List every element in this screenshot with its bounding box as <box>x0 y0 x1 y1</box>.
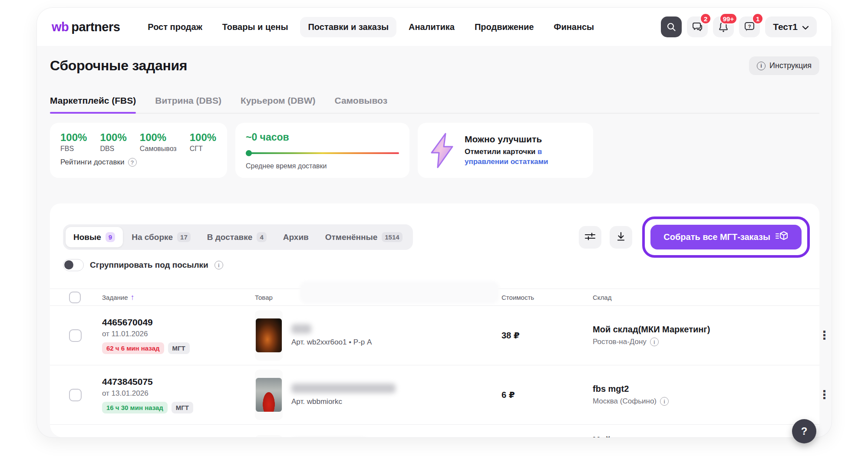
highlight-annotation: Собрать все МГТ-заказы <box>642 217 810 258</box>
order-price: 6 ₽ <box>502 390 593 400</box>
segment-archive-label: Архив <box>283 233 309 242</box>
metric-fbs-value: 100% <box>60 131 87 144</box>
metric-dbs-value: 100% <box>100 131 126 144</box>
delivery-ratings-card: 100% FBS 100% DBS 100% Самовывоз 100% СГ… <box>50 123 227 178</box>
metric-pickup-label: Самовывоз <box>140 145 177 153</box>
task-id[interactable]: 4473991608 <box>102 435 255 437</box>
chat-icon <box>692 22 703 32</box>
row-menu-button[interactable]: ⋮ <box>815 330 832 341</box>
nav-item-goods-prices[interactable]: Товары и цены <box>215 17 296 37</box>
row-checkbox[interactable] <box>69 329 82 342</box>
table-header: Задание ↑ Товар Стоимость Склад <box>50 289 819 306</box>
order-price: 37 ₽ <box>502 435 593 437</box>
time-elapsed-badge: 62 ч 6 мин назад <box>102 342 164 354</box>
collect-all-mgt-orders-button[interactable]: Собрать все МГТ-заказы <box>650 225 802 249</box>
avg-delivery-label: Среднее время доставки <box>246 162 399 170</box>
filters-button[interactable] <box>579 226 601 249</box>
download-icon <box>616 231 626 243</box>
account-name: Тест1 <box>773 22 798 32</box>
row-menu-button[interactable]: • <box>815 436 826 437</box>
segment-assembling-label: На сборке <box>132 233 173 242</box>
mgt-tag: МГТ <box>168 342 190 354</box>
app-window: wb partners Рост продаж Товары и цены По… <box>37 8 832 437</box>
task-id[interactable]: 4465670049 <box>102 317 255 328</box>
segment-assembling-count: 17 <box>177 232 191 242</box>
avg-delivery-value: ~0 часов <box>246 131 399 143</box>
tab-pickup[interactable]: Самовывоз <box>334 91 387 113</box>
metric-fbs: 100% FBS <box>60 131 87 153</box>
product-article: Арт. wb2xxr6oo1 • Р-р А <box>291 338 404 347</box>
segment-new-count: 9 <box>106 232 115 242</box>
task-date: от 11.01.2026 <box>102 330 255 338</box>
top-navbar: wb partners Рост продаж Товары и цены По… <box>37 8 832 46</box>
table-row: 4473991608 37 ₽ Мой склад • <box>50 425 819 437</box>
group-parcels-toggle[interactable] <box>63 259 84 271</box>
improve-card: Можно улучшить Отметили карточки в управ… <box>418 123 593 178</box>
group-parcels-label: Сгруппировать под посылки <box>90 260 208 270</box>
info-icon: i <box>757 62 766 70</box>
improve-text: Отметили карточки <box>465 148 535 156</box>
segment-archive[interactable]: Архив <box>275 227 317 247</box>
download-button[interactable] <box>610 226 632 249</box>
select-all-checkbox[interactable] <box>69 292 81 303</box>
nav-item-supplies-orders[interactable]: Поставки и заказы <box>300 17 396 37</box>
page-title: Сборочные задания <box>50 58 187 74</box>
column-task[interactable]: Задание <box>102 294 128 301</box>
instruction-label: Инструкция <box>769 61 812 70</box>
task-id[interactable]: 4473845075 <box>102 377 255 387</box>
segment-in-delivery-count: 4 <box>257 232 266 242</box>
nav-item-analytics[interactable]: Аналитика <box>401 17 462 37</box>
blurred-product-name <box>291 324 311 334</box>
column-warehouse: Склад <box>593 294 611 301</box>
tab-vitrina-dbs[interactable]: Витрина (DBS) <box>155 91 221 113</box>
orders-table: Задание ↑ Товар Стоимость Склад 44656700… <box>50 289 819 437</box>
segment-cancelled[interactable]: Отменённые 1514 <box>317 227 410 247</box>
row-checkbox[interactable] <box>69 389 82 401</box>
wb-partners-logo[interactable]: wb partners <box>52 20 120 34</box>
column-product: Товар <box>255 294 273 301</box>
warehouse-name: fbs mgt2 <box>593 384 815 394</box>
segment-new[interactable]: Новые 9 <box>66 227 123 247</box>
status-segmented-control: Новые 9 На сборке 17 В доставке 4 Архив … <box>63 224 413 250</box>
product-thumbnail[interactable] <box>255 435 283 437</box>
row-menu-button[interactable]: ⋮ <box>815 389 832 401</box>
warehouse-location: Ростов-на-Дону <box>593 338 647 346</box>
gauge-marker <box>246 150 252 156</box>
segment-assembling[interactable]: На сборке 17 <box>124 227 198 247</box>
location-info-icon[interactable]: i <box>650 338 659 346</box>
warehouse-name: Мой склад(МКИ Маркетинг) <box>593 325 815 335</box>
sort-asc-icon[interactable]: ↑ <box>131 293 135 302</box>
metric-sgt: 100% СГТ <box>190 131 216 153</box>
segment-in-delivery[interactable]: В доставке 4 <box>199 227 274 247</box>
nav-item-finance[interactable]: Финансы <box>546 17 602 37</box>
group-parcels-info-icon[interactable]: i <box>215 261 223 269</box>
product-thumbnail[interactable] <box>255 310 283 361</box>
improve-title: Можно улучшить <box>465 134 573 144</box>
messages-button[interactable]: 2 <box>687 16 708 37</box>
order-price: 38 ₽ <box>502 330 593 341</box>
product-thumbnail[interactable] <box>255 370 283 420</box>
search-icon <box>667 22 676 32</box>
logo-partners: partners <box>71 20 120 34</box>
segment-in-delivery-label: В доставке <box>207 233 253 242</box>
instruction-button[interactable]: i Инструкция <box>749 56 819 75</box>
nav-item-promotion[interactable]: Продвижение <box>467 17 541 37</box>
segment-cancelled-label: Отменённые <box>325 233 378 242</box>
tab-courier-dbw[interactable]: Курьером (DBW) <box>241 91 316 113</box>
warehouse-location: Москва (Софьино) <box>593 397 657 406</box>
nav-item-sales-growth[interactable]: Рост продаж <box>140 17 210 37</box>
support-button[interactable]: ? 1 <box>739 16 760 37</box>
search-button[interactable] <box>661 16 682 37</box>
delivery-type-tabs: Маркетплейс (FBS) Витрина (DBS) Курьером… <box>50 91 819 114</box>
account-menu[interactable]: Тест1 <box>765 16 817 37</box>
product-article: Арт. wbbmiorkc <box>291 397 404 406</box>
topbar-actions: 2 99+ ? 1 Тест1 <box>661 16 817 37</box>
floating-help-button[interactable]: ? <box>792 419 816 443</box>
package-list-icon <box>776 231 789 243</box>
question-icon[interactable]: ? <box>128 158 137 167</box>
metric-pickup-value: 100% <box>140 131 177 144</box>
notifications-button[interactable]: 99+ <box>713 16 734 37</box>
tab-marketplace-fbs[interactable]: Маркетплейс (FBS) <box>50 91 136 113</box>
location-info-icon[interactable]: i <box>660 397 669 406</box>
metric-pickup: 100% Самовывоз <box>140 131 177 153</box>
